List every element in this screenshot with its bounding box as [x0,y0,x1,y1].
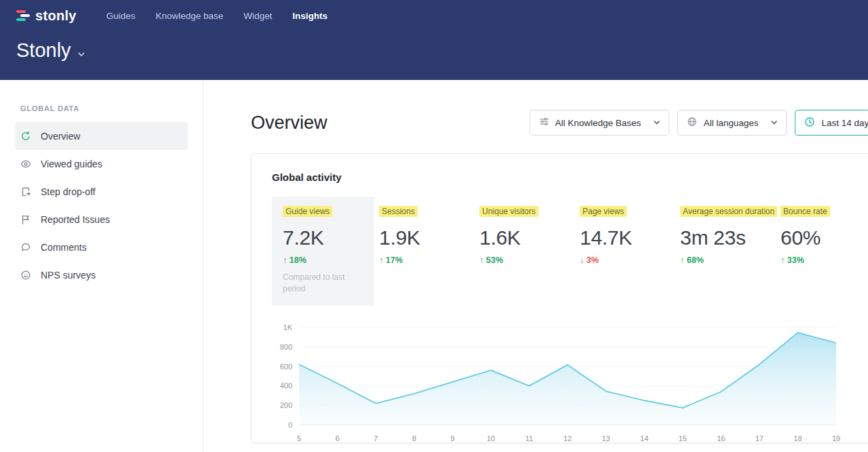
svg-text:6: 6 [336,434,340,443]
sidebar-item-label: Step drop-off [41,186,96,197]
globe-icon [687,117,697,129]
sidebar-item-label: Comments [41,242,87,253]
metric-label: Page views [580,205,680,218]
svg-text:800: 800 [280,342,292,350]
date-range-filter[interactable]: Last 14 days [795,110,868,136]
svg-text:0: 0 [288,421,292,429]
metric-label: Average session duration [680,205,781,218]
smiley-icon [20,270,31,281]
svg-text:17: 17 [755,434,764,443]
metric-page-views[interactable]: Page views 14.7K ↓ 3% [580,197,680,265]
sidebar: GLOBAL DATA Overview Viewed guides [0,80,203,452]
metric-unique-visitors[interactable]: Unique visitors 1.6K ↑ 53% [479,197,580,265]
global-activity-card: Global activity Guide views 7.2K ↑ 18% C… [251,153,868,443]
svg-text:13: 13 [601,434,610,443]
metric-change: ↑ 17% [379,255,479,265]
flag-icon [20,214,31,225]
chevron-down-icon [771,121,777,125]
metric-value: 1.6K [479,226,580,249]
knowledge-bases-filter[interactable]: All Knowledge Bases [530,110,670,136]
metric-value: 1.9K [379,226,479,249]
chevron-down-icon [78,39,85,62]
metric-value: 60% [781,226,868,249]
metric-average-session-duration[interactable]: Average session duration 3m 23s ↑ 68% [680,197,781,265]
metric-sessions[interactable]: Sessions 1.9K ↑ 17% [379,197,479,265]
metric-label: Unique visitors [479,205,580,218]
metric-note: Compared to last period [283,272,359,295]
chevron-down-icon [654,121,660,125]
metric-label: Bounce rate [781,205,868,218]
metric-value: 7.2K [283,226,363,249]
metric-label: Guide views [283,205,363,218]
nav-item-knowledge-base[interactable]: Knowledge base [155,11,223,21]
workspace-selector[interactable]: Stonly [16,39,85,62]
card-title: Global activity [272,171,868,183]
sidebar-item-label: Viewed guides [41,159,102,169]
activity-chart-container: 02004006008001K5678910111213141516171819 [272,315,868,448]
workspace-name: Stonly [16,39,71,62]
metric-value: 3m 23s [680,226,781,249]
svg-text:16: 16 [717,434,725,443]
metric-change: ↓ 3% [580,255,680,265]
app-header: stonly Guides Knowledge base Widget Insi… [0,0,868,80]
svg-text:10: 10 [487,434,495,443]
clock-icon [804,117,815,129]
arrow-up-icon: ↑ [680,255,684,265]
svg-text:19: 19 [832,434,840,443]
metric-change: ↑ 33% [781,255,868,265]
sidebar-item-label: NPS surveys [41,270,96,281]
metric-value: 14.7K [580,226,680,249]
nav-item-widget[interactable]: Widget [243,11,272,21]
sidebar-item-step-drop-off[interactable]: Step drop-off [15,178,188,205]
metric-bounce-rate[interactable]: Bounce rate 60% ↑ 33% [781,197,868,265]
sidebar-item-viewed-guides[interactable]: Viewed guides [15,150,188,178]
svg-text:8: 8 [412,434,416,443]
stonly-logo-icon [16,10,30,21]
filter-label: Last 14 days [821,118,868,128]
arrow-up-icon: ↑ [379,255,383,265]
page-title: Overview [251,112,328,133]
sidebar-item-nps-surveys[interactable]: NPS surveys [15,261,188,289]
svg-text:14: 14 [640,434,648,443]
filter-label: All Knowledge Bases [555,118,642,128]
metric-change: ↑ 68% [680,255,781,265]
step-dropoff-icon [20,186,31,197]
metric-guide-views[interactable]: Guide views 7.2K ↑ 18% Compared to last … [272,197,374,306]
svg-text:9: 9 [450,434,454,443]
metric-change: ↑ 18% [283,255,363,265]
svg-text:15: 15 [679,434,687,443]
nav-item-insights[interactable]: Insights [292,11,328,21]
arrow-up-icon: ↑ [283,255,287,265]
comment-icon [20,242,31,253]
sidebar-item-reported-issues[interactable]: Reported Issues [15,205,188,233]
sidebar-item-comments[interactable]: Comments [15,233,188,261]
sidebar-section-label: GLOBAL DATA [0,104,203,112]
svg-text:12: 12 [564,434,572,443]
svg-text:7: 7 [374,434,378,443]
filter-bar: All Knowledge Bases All languages [530,110,868,136]
arrow-up-icon: ↑ [479,255,484,265]
top-navigation: stonly Guides Knowledge base Widget Insi… [16,0,852,31]
languages-filter[interactable]: All languages [677,110,787,136]
svg-text:5: 5 [297,434,301,443]
sidebar-item-label: Overview [41,131,80,142]
metrics-row: Guide views 7.2K ↑ 18% Compared to last … [272,197,868,306]
metric-change: ↑ 53% [479,255,580,265]
main-content: Overview All Knowledge Bases [203,80,868,452]
metric-label: Sessions [379,205,479,218]
arrow-down-icon: ↓ [580,255,584,265]
stonly-logo[interactable]: stonly [16,8,77,24]
sidebar-item-overview[interactable]: Overview [15,122,188,150]
activity-area-chart: 02004006008001K5678910111213141516171819 [272,315,842,445]
svg-text:18: 18 [793,434,802,443]
overview-icon [20,131,31,142]
sidebar-item-label: Reported Issues [41,214,110,225]
svg-text:11: 11 [526,434,533,443]
svg-text:400: 400 [280,382,292,390]
filter-label: All languages [703,118,758,128]
eye-icon [20,159,31,169]
arrow-up-icon: ↑ [781,255,785,265]
nav-item-guides[interactable]: Guides [106,11,136,21]
svg-text:600: 600 [280,362,292,370]
brand-name: stonly [35,8,77,24]
